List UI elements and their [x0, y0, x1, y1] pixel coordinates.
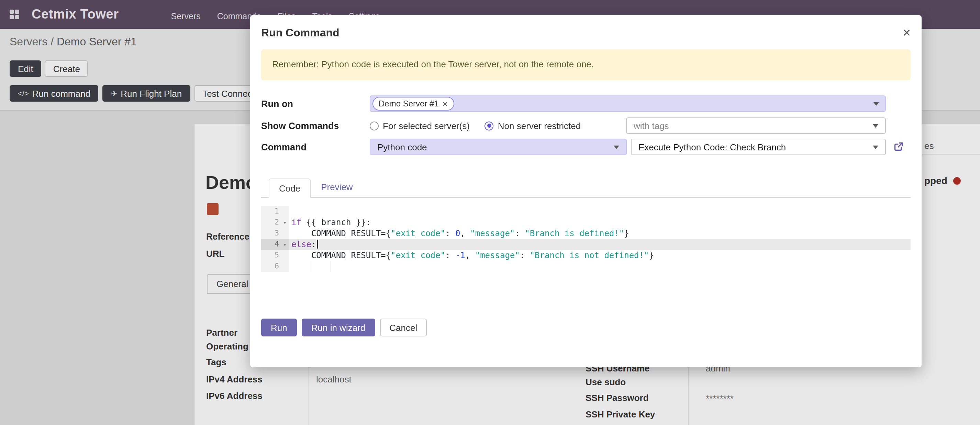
gutter-cell: 1	[261, 206, 289, 217]
run-button[interactable]: Run	[261, 319, 297, 336]
gutter-cell: 6	[261, 261, 289, 272]
code-line-2[interactable]: 2▾if {{ branch }}:	[261, 217, 911, 228]
indent-guide	[311, 261, 311, 272]
gutter-cell: 2▾	[261, 217, 289, 228]
gutter-cell: 4▾	[261, 239, 289, 250]
radio-for-selected-servers[interactable]: For selected server(s)	[370, 121, 470, 131]
modal-tabs: Code Preview	[261, 177, 911, 198]
line-number: 2	[275, 217, 279, 228]
warning-alert: Remember: Python code is executed on the…	[261, 49, 911, 80]
code-line-content: COMMAND_RESULT={"exit_code": -1, "messag…	[289, 250, 911, 261]
code-line-4[interactable]: 4▾else:	[261, 239, 911, 250]
run-on-field[interactable]: Demo Server #1 ✕	[370, 95, 886, 112]
close-icon[interactable]: ×	[903, 26, 911, 39]
fold-arrow-icon[interactable]: ▾	[283, 239, 286, 251]
command-select[interactable]: Execute Python Code: Check Branch	[631, 139, 886, 155]
external-link-icon[interactable]	[893, 141, 904, 152]
chip-remove-icon[interactable]: ✕	[442, 100, 448, 108]
gutter-cell: 3	[261, 228, 289, 239]
command-type-select[interactable]: Python code	[370, 139, 627, 155]
line-number: 1	[275, 206, 279, 217]
code-line-content	[289, 206, 911, 217]
server-chip[interactable]: Demo Server #1 ✕	[372, 97, 454, 111]
indent-guide	[331, 261, 331, 272]
radio-non-server-restricted[interactable]: Non server restricted	[485, 121, 581, 131]
code-line-content: COMMAND_RESULT={"exit_code": 0, "message…	[289, 228, 911, 239]
code-line-1[interactable]: 1	[261, 206, 911, 217]
caret-down-icon	[873, 145, 878, 149]
modal-title: Run Command	[261, 26, 339, 40]
line-number: 4	[275, 239, 279, 250]
radio-selected-icon[interactable]	[485, 121, 494, 130]
run-on-label: Run on	[261, 98, 370, 109]
caret-down-icon[interactable]	[873, 102, 879, 105]
with-tags-select[interactable]: with tags	[626, 117, 886, 134]
fold-arrow-icon[interactable]: ▾	[283, 218, 286, 228]
code-line-content	[289, 261, 911, 272]
line-number: 3	[275, 228, 279, 239]
code-editor[interactable]: 12▾if {{ branch }}:3 COMMAND_RESULT={"ex…	[261, 206, 911, 272]
code-line-content: if {{ branch }}:	[289, 217, 911, 228]
caret-down-icon	[873, 124, 878, 127]
code-line-6[interactable]: 6	[261, 261, 911, 272]
text-cursor	[317, 239, 318, 249]
run-command-modal: Run Command × Remember: Python code is e…	[250, 15, 921, 367]
command-label: Command	[261, 142, 370, 152]
show-commands-label: Show Commands	[261, 121, 370, 131]
line-number: 5	[275, 250, 279, 261]
tab-preview[interactable]: Preview	[311, 178, 363, 197]
code-line-5[interactable]: 5 COMMAND_RESULT={"exit_code": -1, "mess…	[261, 250, 911, 261]
code-line-3[interactable]: 3 COMMAND_RESULT={"exit_code": 0, "messa…	[261, 228, 911, 239]
gutter-cell: 5	[261, 250, 289, 261]
code-line-content: else:	[289, 239, 911, 250]
tab-code[interactable]: Code	[269, 179, 311, 198]
radio-unselected-icon[interactable]	[370, 121, 379, 130]
line-number: 6	[275, 261, 279, 272]
caret-down-icon	[614, 145, 619, 149]
cancel-button[interactable]: Cancel	[380, 319, 427, 336]
run-in-wizard-button[interactable]: Run in wizard	[302, 319, 375, 336]
